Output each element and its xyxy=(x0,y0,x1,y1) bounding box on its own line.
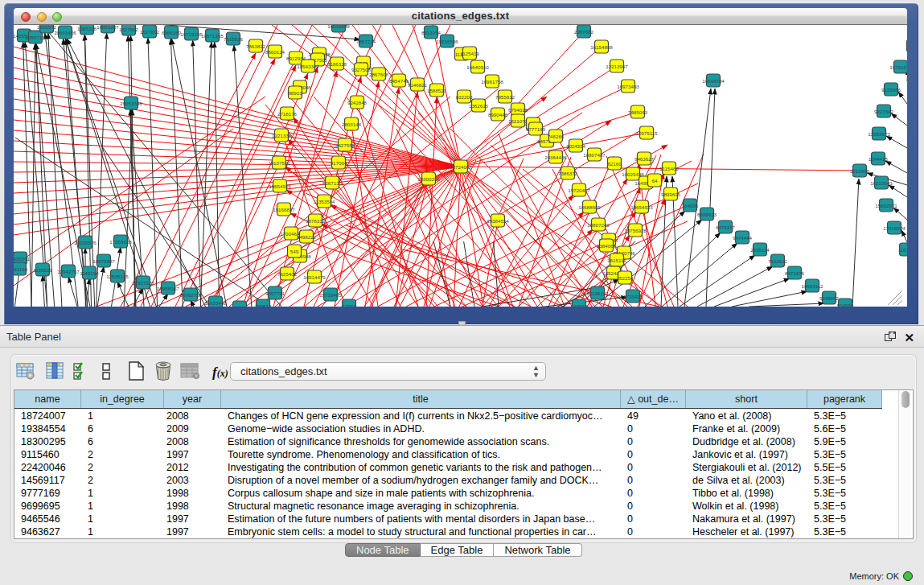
svg-text:3498222: 3498222 xyxy=(297,234,317,240)
svg-text:10671355: 10671355 xyxy=(201,33,224,39)
svg-text:8186328: 8186328 xyxy=(327,61,347,67)
svg-text:8990448: 8990448 xyxy=(488,112,508,117)
svg-text:16914479: 16914479 xyxy=(303,274,326,280)
svg-text:10719155: 10719155 xyxy=(180,31,203,37)
svg-text:17359928: 17359928 xyxy=(109,239,132,245)
svg-text:2935114: 2935114 xyxy=(750,247,770,253)
svg-text:9227342: 9227342 xyxy=(874,109,894,114)
svg-text:17957225: 17957225 xyxy=(132,280,154,286)
svg-text:12505135: 12505135 xyxy=(106,274,129,279)
svg-text:10648784: 10648784 xyxy=(702,78,725,84)
svg-text:2718176: 2718176 xyxy=(277,111,298,117)
svg-text:10543382: 10543382 xyxy=(297,64,319,69)
svg-text:11353594: 11353594 xyxy=(313,199,335,204)
svg-text:10107552: 10107552 xyxy=(268,160,290,166)
svg-text:1065328: 1065328 xyxy=(77,26,97,31)
svg-text:1733426: 1733426 xyxy=(623,294,643,299)
svg-text:10688609: 10688609 xyxy=(578,204,601,210)
svg-text:3878332: 3878332 xyxy=(306,218,326,224)
svg-text:150513: 150513 xyxy=(255,303,272,307)
svg-text:3215958: 3215958 xyxy=(850,168,870,174)
svg-text:18807249: 18807249 xyxy=(587,222,610,228)
svg-text:924565: 924565 xyxy=(837,303,854,307)
svg-text:1156829: 1156829 xyxy=(33,267,52,273)
svg-text:18724007: 18724007 xyxy=(450,164,472,170)
svg-text:19384554: 19384554 xyxy=(487,218,509,224)
svg-text:18300295: 18300295 xyxy=(417,176,440,182)
svg-text:10973493: 10973493 xyxy=(617,84,639,89)
svg-text:16961758: 16961758 xyxy=(481,79,503,84)
svg-text:16154808: 16154808 xyxy=(590,44,613,50)
svg-text:16210643: 16210643 xyxy=(870,180,893,186)
svg-text:64: 64 xyxy=(652,178,658,183)
svg-text:1621072: 1621072 xyxy=(508,118,528,124)
svg-text:9857791: 9857791 xyxy=(265,290,285,296)
svg-text:1615112: 1615112 xyxy=(607,257,626,263)
svg-text:19166827: 19166827 xyxy=(273,207,295,212)
svg-text:9245652: 9245652 xyxy=(819,295,840,301)
svg-text:15720407: 15720407 xyxy=(568,187,590,193)
svg-text:98901: 98901 xyxy=(288,90,302,96)
svg-text:6794028: 6794028 xyxy=(508,107,528,113)
svg-text:7632621: 7632621 xyxy=(768,258,788,264)
svg-text:1362615: 1362615 xyxy=(469,103,489,109)
svg-text:8267130: 8267130 xyxy=(322,180,343,186)
svg-text:12213967: 12213967 xyxy=(606,64,628,69)
svg-text:62160: 62160 xyxy=(607,161,622,167)
svg-text:6479197: 6479197 xyxy=(716,225,736,230)
svg-text:8427552: 8427552 xyxy=(335,142,355,148)
svg-text:20691406: 20691406 xyxy=(54,30,76,35)
svg-text:10025438: 10025438 xyxy=(622,171,644,177)
svg-text:2867608: 2867608 xyxy=(369,72,389,77)
svg-text:16033809: 16033809 xyxy=(327,25,350,29)
svg-text:10975887: 10975887 xyxy=(92,258,115,264)
svg-text:9129966: 9129966 xyxy=(881,87,901,93)
svg-text:10958167: 10958167 xyxy=(157,286,179,291)
svg-text:417004: 417004 xyxy=(331,160,347,166)
svg-text:3024554: 3024554 xyxy=(566,143,586,149)
svg-text:7663822: 7663822 xyxy=(246,43,266,49)
svg-text:16640910: 16640910 xyxy=(466,64,489,70)
svg-text:12923448: 12923448 xyxy=(204,300,227,306)
svg-text:746266: 746266 xyxy=(548,134,565,139)
svg-text:143614: 143614 xyxy=(571,303,588,307)
svg-text:1244415: 1244415 xyxy=(869,156,889,162)
svg-text:9242848: 9242848 xyxy=(347,100,368,105)
svg-text:1145194: 1145194 xyxy=(80,270,99,276)
svg-text:29053346: 29053346 xyxy=(120,101,142,106)
svg-text:1588520: 1588520 xyxy=(427,88,447,93)
svg-text:10853287: 10853287 xyxy=(97,25,119,30)
svg-text:6966160: 6966160 xyxy=(162,30,182,35)
svg-text:14136141: 14136141 xyxy=(586,290,609,296)
svg-text:7857224: 7857224 xyxy=(356,39,376,44)
svg-text:2087682: 2087682 xyxy=(574,29,594,35)
svg-text:2803144: 2803144 xyxy=(342,122,362,127)
svg-text:20364436: 20364436 xyxy=(544,154,567,160)
svg-text:7485063: 7485063 xyxy=(628,109,648,115)
svg-text:8454749: 8454749 xyxy=(389,78,409,84)
svg-text:15751074: 15751074 xyxy=(889,64,907,70)
svg-text:116753: 116753 xyxy=(898,247,907,253)
svg-text:8938923: 8938923 xyxy=(697,212,717,217)
svg-text:7515526: 7515526 xyxy=(224,36,244,42)
svg-text:9777169: 9777169 xyxy=(526,126,546,132)
svg-text:1527602: 1527602 xyxy=(119,27,139,32)
svg-text:10807487: 10807487 xyxy=(583,152,606,158)
svg-text:9384067: 9384067 xyxy=(597,243,617,249)
svg-text:9115460: 9115460 xyxy=(659,166,679,171)
svg-text:164095: 164095 xyxy=(682,203,699,208)
svg-text:95052: 95052 xyxy=(232,305,247,307)
svg-text:9146821: 9146821 xyxy=(408,82,428,88)
svg-text:20206576: 20206576 xyxy=(74,240,97,245)
svg-text:2055713: 2055713 xyxy=(26,35,46,40)
svg-text:19756928: 19756928 xyxy=(624,228,647,233)
svg-text:12942757: 12942757 xyxy=(57,269,80,274)
svg-text:19654925: 19654925 xyxy=(269,183,291,189)
svg-text:549: 549 xyxy=(290,249,299,254)
svg-text:9899695: 9899695 xyxy=(661,192,681,197)
svg-text:1221338: 1221338 xyxy=(272,133,292,138)
svg-text:9474444: 9474444 xyxy=(733,235,753,241)
svg-text:8471676: 8471676 xyxy=(785,270,805,276)
svg-text:1527602: 1527602 xyxy=(140,29,160,35)
svg-text:7386372: 7386372 xyxy=(558,171,578,176)
